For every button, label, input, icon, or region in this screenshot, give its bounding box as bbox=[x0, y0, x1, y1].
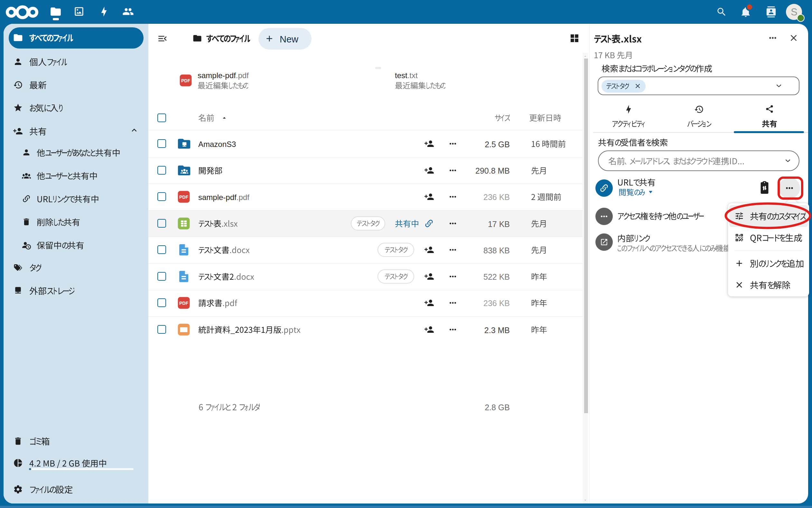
svg-text:PDF: PDF bbox=[181, 78, 190, 83]
